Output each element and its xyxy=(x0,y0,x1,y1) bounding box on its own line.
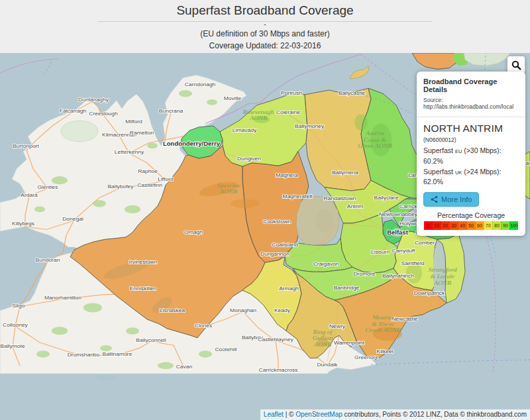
map-label: Enniskillen xyxy=(130,286,157,291)
map-label: Lisburn xyxy=(371,250,390,255)
legend-cell: 50 xyxy=(466,221,475,230)
map-label: Dundalk xyxy=(317,362,337,367)
map-label: Cookstown xyxy=(263,219,291,224)
map-label: Coleraine xyxy=(276,109,301,115)
coverage-details-panel: Broadband Coverage Details Source: http:… xyxy=(417,72,525,236)
map-label: Ballyconnell xyxy=(136,338,166,343)
map-label: Ballymoney xyxy=(295,123,324,129)
map-label: Banbridge xyxy=(334,285,360,290)
map-label: Omagh xyxy=(184,229,203,235)
map-label: Burtonport xyxy=(13,144,39,149)
map-label: Sligo xyxy=(13,303,25,308)
map-label: Lifford xyxy=(158,177,173,182)
legend-cell: 90 xyxy=(501,221,509,230)
leaflet-link[interactable]: Leaflet xyxy=(264,411,284,418)
map-label: Maghera xyxy=(276,172,298,178)
map-label: Lisnaskea xyxy=(160,307,186,313)
map-label: Newtownabbey xyxy=(379,212,417,217)
map-label: Collooney xyxy=(3,323,28,328)
map-label: Warrenpoint xyxy=(334,341,365,346)
map-label: Cootehill xyxy=(215,347,237,352)
legend-cell: 40 xyxy=(458,221,466,230)
map-label: Clones xyxy=(195,323,212,329)
legend-cell: 70 xyxy=(484,221,492,230)
map-label: Raphoe xyxy=(138,168,158,174)
map-label: Moville xyxy=(224,95,242,101)
header-dash: - xyxy=(0,22,530,27)
map-label: Portrush xyxy=(281,90,302,95)
map-label: Dungannon xyxy=(260,251,290,256)
map-label: Dromore xyxy=(353,271,376,276)
map-label: Kilkeel xyxy=(376,348,393,354)
map-label: Ballynahinch xyxy=(382,274,414,279)
map-label: Ballycastle xyxy=(339,90,366,95)
search-icon xyxy=(511,60,521,70)
map-label: Londonderry/Derry xyxy=(163,140,220,146)
map-label: Letterkenny xyxy=(115,150,144,155)
map-label: Ballymena xyxy=(332,170,358,175)
panel-title: Broadband Coverage Details xyxy=(423,78,519,93)
map-label: Killybegs xyxy=(12,221,34,226)
map-label: Ardara xyxy=(21,192,38,197)
updated-text: Coverage Updated: 22-03-2016 xyxy=(0,40,530,51)
share-icon xyxy=(431,195,438,203)
aonb-label: Ring ofGullionAONB xyxy=(312,329,333,348)
map-label: Carryduff xyxy=(392,248,416,253)
more-info-button[interactable]: More Info xyxy=(423,192,479,207)
map-label: Carrickmacross xyxy=(259,368,298,373)
legend-cell: 10 xyxy=(432,221,441,230)
map-label: Ballyclare xyxy=(374,195,399,201)
map-label: Milford xyxy=(125,119,142,124)
map-attribution: Leaflet | © OpenStreetMap contributors, … xyxy=(260,409,530,420)
legend-cell: 60 xyxy=(475,221,484,230)
coverage-legend: 0102030405060708090100 xyxy=(423,221,519,232)
map-label: Coalisland xyxy=(272,242,298,247)
map-label: Magherafelt xyxy=(283,194,313,199)
map-label: Dunfanaghy xyxy=(78,97,109,103)
map-label: Falcarragh xyxy=(60,108,87,113)
map-label: Drumshanbo xyxy=(68,352,100,357)
definition-text: (EU definition of 30 Mbps and faster) xyxy=(0,28,530,39)
map-label: Dungiven xyxy=(237,156,261,161)
legend-cell: 100 xyxy=(509,221,518,230)
region-code: (N06000012) xyxy=(423,136,519,143)
region-name: NORTH ANTRIM xyxy=(423,123,519,134)
legend-cell: 30 xyxy=(449,221,458,230)
map-label: Donegal xyxy=(62,216,83,221)
legend-cell: 80 xyxy=(492,221,501,230)
map-label: Glenties xyxy=(37,185,58,190)
map-label: Limavady xyxy=(233,127,256,132)
legend-cell: 20 xyxy=(441,221,449,230)
map-label: Castleblayney xyxy=(258,337,293,342)
map-label: Castlefinn xyxy=(137,182,162,187)
panel-source: Source: http://labs.thinkbroadband.com/l… xyxy=(423,97,519,110)
map-label: Newcastle xyxy=(392,316,418,321)
page-title: Superfast Broadband Coverage xyxy=(0,0,530,18)
map-label: Greenore xyxy=(354,355,378,360)
map-label: Downpatrick xyxy=(414,291,445,296)
map-label: Craigavon xyxy=(313,261,339,266)
map-label: Cavan xyxy=(176,364,193,370)
map-label: Carndonagh xyxy=(185,81,216,87)
map-label: Armagh xyxy=(279,286,299,291)
page: Superfast Broadband Coverage - (EU defin… xyxy=(0,0,530,420)
stat-superfast-eu: Superfast EU (>30 Mbps): 60.2% xyxy=(423,146,519,167)
map-label: Ballymote xyxy=(0,343,25,348)
page-header: Superfast Broadband Coverage - (EU defin… xyxy=(0,0,530,53)
panel-divider xyxy=(417,117,525,117)
map-label: Randalstown xyxy=(323,195,356,201)
map-label: Saintfield xyxy=(401,260,425,266)
map-label: Antrim xyxy=(347,204,364,209)
region-north-antrim[interactable] xyxy=(305,88,371,191)
legend-title: Percentage Coverage xyxy=(423,211,519,219)
map-label: Comber xyxy=(415,240,435,246)
legend-cell: 0 xyxy=(424,221,432,230)
map-label: Ballinamore xyxy=(103,351,132,356)
map-label: Manorhamilton xyxy=(44,295,81,301)
map-label: Keady xyxy=(274,308,290,313)
openstreetmap-link[interactable]: OpenStreetMap xyxy=(295,411,343,418)
map-label: Monaghan xyxy=(230,308,256,313)
map-container[interactable]: CarndonaghMovilleBuncranaDunfanaghyFalca… xyxy=(0,53,530,420)
map-label: Irvinestown xyxy=(129,260,158,265)
stat-superfast-uk: Superfast UK (>24 Mbps): 62.0% xyxy=(423,167,519,188)
